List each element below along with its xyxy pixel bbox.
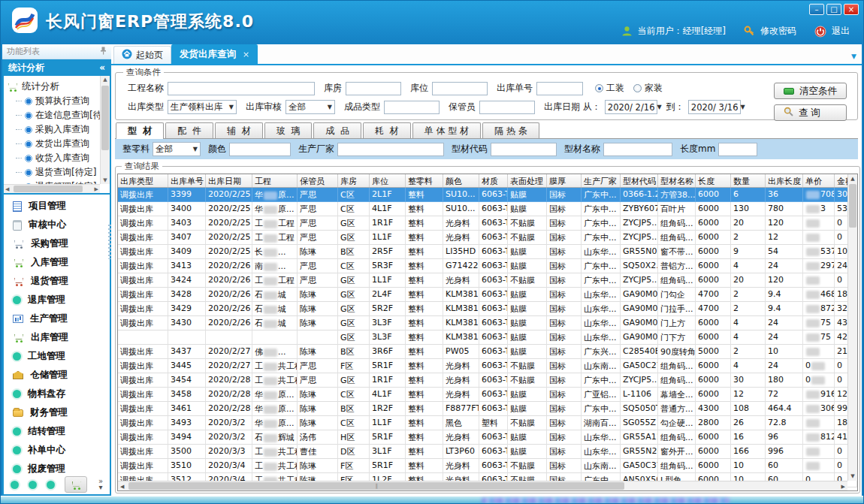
material-tab[interactable]: 辅 材 [215,122,263,138]
column-header[interactable]: 膜厚 [547,174,582,187]
column-header[interactable]: 材质 [479,174,508,187]
tree-horizontal-scrollbar[interactable]: ◀ ▶ [4,184,100,193]
module-dot-icon[interactable] [11,481,19,489]
table-row[interactable]: 调拨出库34582020/2/28华原...陈琳C区4L1F整料光身料6063-… [118,388,857,402]
keeper-input[interactable] [479,101,535,114]
sidebar-splitter[interactable] [108,225,111,259]
table-row[interactable]: G区3L3F整料KLM38176063-T5贴膜国标山东华...GA90M09.… [118,330,857,345]
module-dot-icon[interactable] [29,481,37,489]
column-header[interactable]: 库位 [370,174,406,187]
warehouse-input[interactable] [346,82,401,95]
scrollbar-thumb[interactable] [849,184,856,228]
tab-home[interactable]: 起始页 [113,46,171,64]
column-header[interactable]: 生产厂家 [582,174,621,187]
tree-root-statistics[interactable]: 统计分析 [7,79,108,94]
column-header[interactable]: 型材名称 [658,174,696,187]
color-input[interactable] [229,143,291,156]
minimize-button[interactable]: – [809,4,824,15]
table-row[interactable]: 调拨出库34932020/3/2华原...陈琳C区1L1F整料黑色塑料不贴膜国标… [118,416,857,430]
audit-select[interactable]: 全部▼ [285,100,335,114]
material-tab[interactable]: 玻 璃 [264,122,313,138]
module-dot-icon[interactable] [47,481,55,489]
tab-shipment-outbound-query[interactable]: 发货出库查询 × [171,44,258,64]
date-to-select[interactable]: 2020/ 3/16▼ [688,100,741,114]
tree-item[interactable]: 发货出库查询 [7,137,108,151]
scroll-right-icon[interactable]: ▶ [95,186,98,192]
column-header[interactable]: 表面处理 [508,174,547,187]
tree-item[interactable]: 预算执行查询 [7,94,108,108]
column-header[interactable]: 库房 [338,174,370,187]
scroll-up-icon[interactable]: ▲ [848,176,857,182]
table-row[interactable]: 调拨出库34242020/2/26工工程严思G区1L1F整料光身料6063-T5… [118,273,857,288]
tree-item[interactable]: 退货查询[待定] [7,165,108,180]
sidebar-item-退货管理[interactable]: 退货管理 [4,272,110,291]
section-header-statistics[interactable]: 统计分析 « [2,59,111,76]
scroll-left-icon[interactable]: ◀ [120,484,124,490]
table-horizontal-scrollbar[interactable]: ◀ ‖ ▶ [118,481,847,490]
sidebar-item-财务管理[interactable]: 财务管理 [4,403,110,422]
project-name-input[interactable] [168,82,315,95]
scrollbar-thumb[interactable]: ‖ [128,482,624,490]
collapse-icon[interactable]: « [99,62,105,73]
manufacturer-input[interactable] [337,143,444,156]
table-row[interactable]: 调拨出库34372020/2/27佛...陈琳B区3R6F整料PW056063-… [118,345,857,359]
column-header[interactable]: 长度 [696,174,731,187]
material-tab[interactable]: 成 品 [313,122,361,138]
radio-gongzhuang[interactable]: 工装 [595,82,624,95]
part-select[interactable]: 全部▼ [153,142,201,156]
column-header[interactable]: 出库类型 [118,174,168,187]
column-header[interactable]: 出库长度 [766,174,803,187]
table-row[interactable]: 调拨出库34542020/2/28工共工程严思G区1R1F整料光身料6063-T… [118,373,857,388]
overflow-menu-button[interactable]: »▾ [98,478,103,490]
tab-close-icon[interactable]: × [243,50,249,59]
sidebar-item-采购管理[interactable]: 采购管理 [4,234,110,253]
maximize-button[interactable]: □ [826,4,841,15]
sidebar-item-工地管理[interactable]: 工地管理 [4,347,110,366]
column-header[interactable]: 颜色 [443,174,479,187]
tree-item[interactable]: 采购入库查询 [7,122,108,137]
table-row[interactable]: 调拨出库34072020/2/25工工程严思G区1L1F整料光身料6063-T5… [118,231,857,245]
table-vertical-scrollbar[interactable]: ▲ ▼ [847,174,857,481]
logout-link[interactable]: 退出 [832,25,850,38]
column-header[interactable]: 工程 [252,174,298,187]
material-tab[interactable]: 隔 热 条 [482,122,539,138]
clear-conditions-button[interactable]: 清空条件 [774,83,847,99]
profile-code-input[interactable] [491,143,557,156]
sidebar-item-物料盘存[interactable]: 物料盘存 [4,385,110,403]
location-input[interactable] [432,82,488,95]
sidebar-item-补单中心[interactable]: 补单中心 [4,441,110,460]
sidebar-item-生产管理[interactable]: 生产管理 [4,309,110,328]
column-header[interactable]: 出库单号 [168,174,206,187]
radio-jiazhuang[interactable]: 家装 [633,82,663,95]
product-type-input[interactable] [384,101,440,114]
table-row[interactable]: 调拨出库34002020/2/25华原...严思C区4L1F整料SU10...6… [118,202,857,216]
tree-item[interactable]: 收货入库查询 [7,151,108,165]
column-header[interactable]: 出库日期 [206,174,252,187]
table-row[interactable]: 调拨出库34092020/2/25长...陈琳B区2R5F整料LI35HD606… [118,245,857,259]
table-row[interactable]: 调拨出库34292020/2/26石城陈琳G区5R2F整料KLM38176063… [118,302,857,316]
table-row[interactable]: 调拨出库35002020/3/3工共工程曹佳D区3L1F整料LT3P606063… [118,445,857,459]
material-tab[interactable]: 型 材 [116,122,164,140]
search-button[interactable]: 查 询 [774,104,847,121]
sidebar-item-项目管理[interactable]: 项目管理 [4,197,110,216]
scroll-down-icon[interactable]: ▼ [101,177,110,183]
sidebar-item-仓储管理[interactable]: 仓储管理 [4,366,110,385]
change-password-link[interactable]: 修改密码 [760,25,796,38]
scroll-left-icon[interactable]: ◀ [5,186,9,192]
close-button[interactable]: × [844,4,859,15]
tree-vertical-scrollbar[interactable]: ▲ ▼ [100,76,110,184]
cart-module-button[interactable] [65,476,87,493]
table-row[interactable]: 调拨出库34132020/2/26南...严思C区5R3F整料G71422606… [118,259,857,273]
column-header[interactable]: 整零料 [406,174,443,187]
date-from-select[interactable]: 2020/ 2/16▼ [605,100,657,114]
column-header[interactable]: 型材代码 [621,174,658,187]
table-row[interactable]: 调拨出库33992020/2/25华原...严思C区2L1F整料SU10...6… [118,188,857,202]
column-header[interactable]: 单价 [803,174,835,187]
table-row[interactable]: 调拨出库34942020/3/2石辉城汤伟H区5R1F整料光身料6063-T5贴… [118,430,857,445]
out-type-select[interactable]: 生产领料出库▼ [168,100,237,114]
material-tab[interactable]: 单 体 型 材 [412,122,481,138]
table-row[interactable]: 调拨出库35102020/3/4工共工程陈琳F区5R1F整料光身料6063-T5… [118,459,857,473]
sidebar-item-出库管理[interactable]: 出库管理 [4,328,110,347]
table-row[interactable]: 调拨出库34282020/2/26石城陈琳G区2L4F整料KLM38176063… [118,288,857,302]
material-tab[interactable]: 配 件 [165,122,213,138]
